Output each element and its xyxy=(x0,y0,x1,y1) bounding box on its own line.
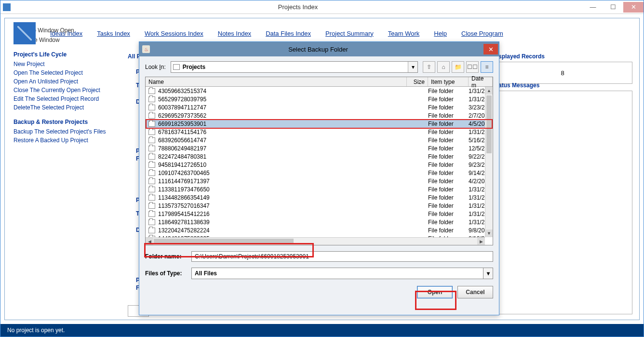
minimize-button[interactable]: — xyxy=(583,2,603,13)
folder-row[interactable]: 1116144769171397File folder4/2/20 xyxy=(146,177,493,185)
folder-name: 1133811973476650 xyxy=(158,186,407,193)
folder-row[interactable]: 669918253953901File folder4/5/20 xyxy=(146,120,493,128)
scroll-right-icon[interactable]: ▶ xyxy=(477,238,485,245)
folder-row[interactable]: 683926056614747File folder5/16/2 xyxy=(146,136,493,144)
vertical-scrollbar[interactable]: ▲ ▼ xyxy=(485,87,493,237)
menu-tasks-index[interactable]: Tasks Index xyxy=(97,30,130,37)
folder-row[interactable]: 1091074263700465File folder9/14/2 xyxy=(146,169,493,177)
open-button[interactable]: Open xyxy=(417,286,453,298)
folder-icon xyxy=(148,211,155,217)
folder-icon xyxy=(148,88,155,94)
new-project-link[interactable]: New Project xyxy=(13,61,111,67)
folder-type: File folder xyxy=(428,153,469,160)
folder-name: 430596632515374 xyxy=(158,88,407,94)
folder-icon xyxy=(148,178,155,184)
folder-type: File folder xyxy=(428,178,469,185)
folder-row[interactable]: 1186492781138639File folder1/31/2 xyxy=(146,218,493,226)
folder-row[interactable]: 788806249482197File folder12/5/2 xyxy=(146,144,493,152)
backup-project-files-link[interactable]: Backup The Selected Project's Files xyxy=(13,128,111,135)
close-open-project-link[interactable]: Close The Currently Open Project xyxy=(13,87,111,94)
folder-row[interactable]: 565299728039795File folder1/31/2 xyxy=(146,95,493,103)
folder-icon xyxy=(148,137,155,143)
folder-icon xyxy=(148,154,155,160)
folder-row[interactable]: 1179895415412216File folder1/31/2 xyxy=(146,210,493,218)
menu-ideas-index[interactable]: Ideas Index xyxy=(50,30,82,37)
folder-icon xyxy=(173,64,180,70)
dialog-close-button[interactable]: ✕ xyxy=(483,44,498,54)
backup-restore-heading: Backup & Restore Projects xyxy=(13,119,111,125)
details-view-button[interactable]: ≡ xyxy=(481,61,493,73)
menu-team-work[interactable]: Team Work xyxy=(388,30,420,37)
folder-name: 1116144769171397 xyxy=(158,178,407,185)
folder-name: 1134482866354149 xyxy=(158,194,407,201)
folder-icon xyxy=(148,195,155,201)
folder-row[interactable]: 430596632515374File folder1/31/2 xyxy=(146,87,493,95)
col-date[interactable]: Date m xyxy=(469,77,493,86)
menu-close-program[interactable]: Close Program xyxy=(461,30,503,37)
folder-type: File folder xyxy=(428,88,469,94)
menu-notes-index[interactable]: Notes Index xyxy=(218,30,251,37)
folder-icon xyxy=(148,219,155,225)
folder-name: 678163741154176 xyxy=(158,129,407,135)
files-of-type-combo[interactable]: All Files ▾ xyxy=(191,268,493,279)
menu-help[interactable]: Help xyxy=(434,30,447,37)
col-size[interactable]: Size xyxy=(407,77,428,86)
maximize-button[interactable]: ☐ xyxy=(603,2,623,13)
hscroll-thumb[interactable] xyxy=(154,239,294,244)
folder-icon xyxy=(148,170,155,176)
folder-row[interactable]: 629695297373562File folder2/7/20 xyxy=(146,111,493,120)
scroll-up-icon[interactable]: ▲ xyxy=(485,87,493,94)
life-cycle-heading: Project's Life Cycle xyxy=(13,51,111,58)
menu-data-files-index[interactable]: Data Files Index xyxy=(266,30,311,37)
up-one-level-button[interactable]: ⇧ xyxy=(423,61,435,73)
folder-row[interactable]: 1322042475282224File folder9/8/20 xyxy=(146,226,493,234)
folder-type: File folder xyxy=(428,186,469,193)
folder-row[interactable]: 1133811973476650File folder1/31/2 xyxy=(146,185,493,193)
folder-row[interactable]: 822472484780381File folder9/22/2 xyxy=(146,152,493,161)
lookin-combo[interactable]: Projects ▾ xyxy=(171,61,418,73)
scroll-left-icon[interactable]: ◀ xyxy=(146,238,153,245)
status-messages-box xyxy=(493,91,632,314)
horizontal-scrollbar[interactable]: ◀ ▶ xyxy=(146,237,485,245)
open-unlisted-project-link[interactable]: Open An Unlisted Project xyxy=(13,78,111,85)
restore-project-link[interactable]: Restore A Backed Up Project xyxy=(13,137,111,144)
folder-row[interactable]: 1135737527016347File folder1/31/2 xyxy=(146,202,493,210)
folder-type: File folder xyxy=(428,219,469,226)
chevron-down-icon[interactable]: ▾ xyxy=(408,62,417,72)
list-view-button[interactable]: ☐☐ xyxy=(466,61,479,73)
folder-type: File folder xyxy=(428,170,469,176)
close-button[interactable]: ✕ xyxy=(623,2,644,13)
cancel-button[interactable]: Cancel xyxy=(457,286,493,298)
col-name[interactable]: Name xyxy=(146,77,407,86)
folder-type: File folder xyxy=(428,202,469,209)
displayed-records-value: 8 xyxy=(493,62,632,84)
folder-type: File folder xyxy=(428,211,469,217)
folder-row[interactable]: 600378947112747File folder3/23/2 xyxy=(146,103,493,111)
file-list: Name Size Item type Date m 4305966325153… xyxy=(145,77,493,245)
folder-icon xyxy=(148,121,155,127)
folder-type: File folder xyxy=(428,194,469,201)
chevron-down-icon[interactable]: ▾ xyxy=(483,268,493,279)
folder-type: File folder xyxy=(428,96,469,103)
delete-selected-project-link[interactable]: DeleteThe Selected Project xyxy=(13,104,111,111)
folder-row[interactable]: 945819412726510File folder9/23/2 xyxy=(146,161,493,169)
col-type[interactable]: Item type xyxy=(428,77,469,86)
edit-selected-project-link[interactable]: Edit The Selected Project Record xyxy=(13,95,111,102)
scroll-down-icon[interactable]: ▼ xyxy=(485,229,493,237)
folder-name-input[interactable] xyxy=(191,251,493,262)
folder-row[interactable]: 1134482866354149File folder1/31/2 xyxy=(146,193,493,202)
folder-name: 822472484780381 xyxy=(158,153,407,160)
folder-name: 600378947112747 xyxy=(158,104,407,111)
menu-work-sessions-index[interactable]: Work Sessions Index xyxy=(145,30,203,37)
home-button[interactable]: ⌂ xyxy=(437,61,450,73)
folder-icon xyxy=(148,146,155,151)
folder-name-label: Folder name: xyxy=(145,253,188,260)
window-title: Projects Index xyxy=(13,3,583,11)
open-selected-project-link[interactable]: Open The Selected Project xyxy=(13,69,111,76)
dialog-titlebar: ♨ Select Backup Folder ✕ xyxy=(139,42,499,56)
menu-project-summary[interactable]: Project Summary xyxy=(325,30,374,37)
folder-row[interactable]: 678163741154176File folder1/31/2 xyxy=(146,128,493,136)
new-folder-button[interactable]: 📁 xyxy=(452,61,464,73)
scroll-thumb[interactable] xyxy=(486,95,492,153)
folder-icon xyxy=(148,228,155,233)
